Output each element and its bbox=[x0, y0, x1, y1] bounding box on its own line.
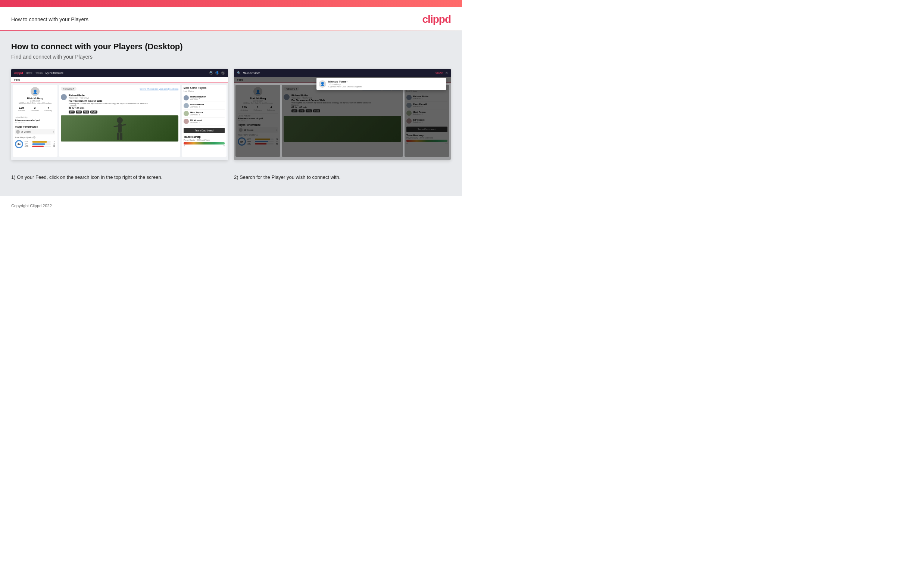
stat-activities: 129 Activities bbox=[18, 106, 25, 112]
screenshots-row: clippd Home Teams My Performance 🔍 👤 ⚙ F… bbox=[11, 69, 451, 160]
heatmap-title: Team Heatmap bbox=[184, 136, 225, 138]
quality-label: Total Player Quality ⓘ bbox=[15, 136, 55, 139]
activity-tags-row: OTT APP ARG PUTT bbox=[69, 110, 149, 114]
player-select-avatar bbox=[16, 130, 20, 134]
bar-track-arg bbox=[32, 146, 51, 147]
nav-home[interactable]: Home bbox=[26, 72, 32, 74]
player-acts-richard: Activities: 7 bbox=[190, 98, 206, 100]
left-panel-1: 👤 Blair McHarg Golf Coach Mill Ride Golf… bbox=[13, 85, 57, 157]
nav-icons-1: 🔍 👤 ⚙ bbox=[209, 71, 225, 75]
player-list-eli: Eli Vincent Activities: 1 bbox=[184, 118, 225, 125]
player-list-hiral: Hiral Pujara Activities: 3 bbox=[184, 110, 225, 118]
heatmap-label-high: +5 bbox=[223, 145, 225, 147]
player-select[interactable]: Eli Vincent ▾ bbox=[15, 129, 55, 135]
app-content-1: 👤 Blair McHarg Golf Coach Mill Ride Golf… bbox=[11, 83, 228, 158]
bar-fill-app bbox=[32, 143, 45, 145]
activity-content-1: Richard Butler Yesterday · The Grove Pre… bbox=[69, 94, 149, 114]
player-perf-title: Player Performance bbox=[15, 125, 55, 128]
stat-label-activities: Activities bbox=[18, 109, 25, 112]
profile-name-1: Blair McHarg bbox=[15, 97, 55, 100]
avatar-1: 👤 bbox=[31, 87, 40, 96]
footer: Copyright Clippd 2022 bbox=[0, 196, 462, 216]
app-logo-1: clippd bbox=[14, 71, 23, 75]
stat-num-followers: 3 bbox=[31, 106, 39, 109]
search-result-item: 👤 Marcus Turner 1-5 Handicap Cypress Poi… bbox=[319, 80, 445, 88]
bar-val-ott: 79 bbox=[52, 141, 55, 143]
bar-label-arg: ARG bbox=[24, 145, 31, 147]
svg-rect-1 bbox=[118, 123, 121, 133]
stat-num-activities: 129 bbox=[18, 106, 25, 109]
search-bar-overlay: 🔍 Marcus Turner CLEAR × bbox=[234, 69, 451, 77]
control-link[interactable]: Control who can see your activity and da… bbox=[139, 88, 178, 90]
profile-icon[interactable]: 👤 bbox=[215, 71, 219, 75]
nav-my-performance[interactable]: My Performance bbox=[45, 72, 63, 74]
app-mock-1: clippd Home Teams My Performance 🔍 👤 ⚙ F… bbox=[11, 69, 228, 160]
hero-subtitle: Find and connect with your Players bbox=[11, 54, 451, 60]
latest-activity-label: Latest Activity bbox=[15, 116, 55, 119]
activity-name-1: Richard Butler bbox=[69, 94, 149, 97]
bar-track-ott bbox=[32, 141, 51, 143]
bar-val-arg: 61 bbox=[52, 145, 55, 147]
app-mock-2: clippd Home Teams My Performance Feed 👤 bbox=[234, 69, 451, 160]
app-nav-1: clippd Home Teams My Performance 🔍 👤 ⚙ bbox=[11, 69, 228, 77]
golf-photo-mock bbox=[61, 115, 178, 141]
player-acts-hiral: Activities: 3 bbox=[190, 114, 202, 116]
search-result-name: Marcus Turner bbox=[328, 80, 362, 83]
settings-icon[interactable]: ⚙ bbox=[221, 71, 225, 75]
tag-arg: ARG bbox=[83, 110, 89, 114]
profile-section: 👤 Blair McHarg Golf Coach Mill Ride Golf… bbox=[15, 87, 55, 114]
player-list-richard: Richard Butler Activities: 7 bbox=[184, 94, 225, 102]
following-btn[interactable]: Following ▾ bbox=[61, 87, 76, 91]
nav-links-1: Home Teams My Performance bbox=[26, 72, 206, 74]
logo-text: clipp bbox=[422, 13, 445, 25]
bar-label-app: APP bbox=[24, 143, 31, 145]
heatmap-label-low: -5 bbox=[184, 145, 185, 147]
hero-title: How to connect with your Players (Deskto… bbox=[11, 42, 451, 52]
activity-duration: 02 hr : 00 min bbox=[69, 107, 149, 109]
page-title: How to connect with your Players bbox=[11, 16, 89, 23]
caption-2: 2) Search for the Player you wish to con… bbox=[234, 168, 451, 181]
player-select-arrow: ▾ bbox=[53, 131, 54, 133]
active-period: Last 30 days bbox=[184, 90, 225, 92]
bars-section: OTT 79 APP bbox=[24, 141, 55, 148]
clear-btn[interactable]: CLEAR bbox=[435, 72, 443, 74]
screenshot-2: clippd Home Teams My Performance Feed 👤 bbox=[234, 69, 451, 160]
activity-avatar-1 bbox=[61, 94, 67, 100]
activity-title-1: Pre Tournament Course Walk bbox=[69, 100, 149, 102]
bar-fill-ott bbox=[32, 141, 47, 143]
main-content: How to connect with your Players (Deskto… bbox=[0, 31, 462, 196]
top-bar bbox=[0, 0, 462, 7]
search-input-display[interactable]: Marcus Turner bbox=[243, 72, 433, 74]
team-dashboard-btn[interactable]: Team Dashboard bbox=[184, 128, 225, 133]
search-icon-2: 🔍 bbox=[237, 71, 241, 75]
search-icon[interactable]: 🔍 bbox=[209, 71, 213, 75]
heatmap-bar bbox=[184, 142, 225, 144]
close-btn-2[interactable]: × bbox=[446, 71, 448, 75]
stat-label-followers: Followers bbox=[31, 109, 39, 112]
photo-area-1 bbox=[61, 115, 178, 141]
nav-teams[interactable]: Teams bbox=[36, 72, 42, 74]
search-result-club: Cypress Point Club, United Kingdom bbox=[328, 86, 362, 88]
active-players-title: Most Active Players bbox=[184, 87, 225, 89]
screenshot-1: clippd Home Teams My Performance 🔍 👤 ⚙ F… bbox=[11, 69, 228, 160]
hero-text: How to connect with your Players (Deskto… bbox=[11, 42, 451, 60]
caption-1: 1) On your Feed, click on the search ico… bbox=[11, 168, 228, 181]
profile-stats-1: 129 Activities 3 Followers 4 Following bbox=[15, 106, 55, 112]
header: How to connect with your Players clippd bbox=[0, 7, 462, 30]
player-acts-piers: Activities: 4 bbox=[190, 106, 204, 108]
score-circle: 84 bbox=[15, 140, 23, 148]
quality-section: Total Player Quality ⓘ 84 OTT bbox=[15, 136, 55, 148]
player-list-piers: Piers Parnell Activities: 4 bbox=[184, 102, 225, 110]
stat-num-following: 4 bbox=[44, 106, 52, 109]
activity-item-1: Richard Butler Yesterday · The Grove Pre… bbox=[61, 93, 178, 115]
search-result-avatar: 👤 bbox=[319, 80, 326, 88]
player-performance-section: Player Performance Eli Vincent ▾ Total P… bbox=[15, 125, 55, 148]
svg-rect-4 bbox=[120, 133, 122, 140]
caption-text-2: 2) Search for the Player you wish to con… bbox=[234, 174, 451, 181]
bar-val-app: 70 bbox=[52, 143, 55, 145]
right-panel-1: Most Active Players Last 30 days Richard… bbox=[182, 85, 227, 157]
bar-app: APP 70 bbox=[24, 143, 55, 145]
heatmap-section: Team Heatmap Player Quality · 20 Round T… bbox=[184, 136, 225, 147]
player-avatar-richard bbox=[184, 95, 189, 101]
bar-arg: ARG 61 bbox=[24, 145, 55, 147]
